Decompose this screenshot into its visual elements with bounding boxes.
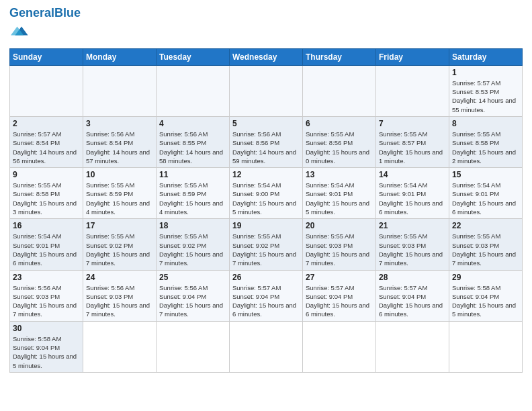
calendar-cell: 20Sunrise: 5:55 AMSunset: 9:03 PMDayligh… (303, 219, 376, 270)
calendar-cell: 22Sunrise: 5:55 AMSunset: 9:03 PMDayligh… (449, 219, 523, 270)
day-info: Sunrise: 5:55 AMSunset: 9:03 PMDaylight:… (306, 232, 373, 267)
day-info: Sunrise: 5:54 AMSunset: 9:01 PMDaylight:… (379, 181, 446, 216)
calendar-cell: 10Sunrise: 5:55 AMSunset: 8:59 PMDayligh… (83, 168, 157, 219)
day-info: Sunrise: 5:55 AMSunset: 8:56 PMDaylight:… (306, 130, 373, 165)
weekday-row: SundayMondayTuesdayWednesdayThursdayFrid… (10, 48, 523, 65)
week-row-5: 23Sunrise: 5:56 AMSunset: 9:03 PMDayligh… (10, 270, 523, 321)
day-number: 30 (13, 324, 80, 333)
day-info: Sunrise: 5:57 AMSunset: 9:04 PMDaylight:… (379, 283, 446, 319)
day-number: 10 (86, 170, 153, 179)
logo-general: General (9, 6, 54, 19)
day-number: 3 (86, 119, 153, 128)
calendar-cell: 18Sunrise: 5:55 AMSunset: 9:02 PMDayligh… (157, 219, 230, 270)
day-info: Sunrise: 5:54 AMSunset: 9:00 PMDaylight:… (232, 181, 300, 216)
calendar-cell: 15Sunrise: 5:54 AMSunset: 9:01 PMDayligh… (449, 168, 523, 219)
day-info: Sunrise: 5:55 AMSunset: 8:58 PMDaylight:… (452, 130, 519, 165)
day-info: Sunrise: 5:58 AMSunset: 9:04 PMDaylight:… (452, 283, 519, 319)
day-number: 7 (379, 119, 446, 128)
calendar-cell: 12Sunrise: 5:54 AMSunset: 9:00 PMDayligh… (230, 168, 303, 219)
weekday-header-thursday: Thursday (303, 48, 376, 65)
day-number: 18 (159, 221, 226, 230)
day-number: 16 (13, 221, 80, 230)
week-row-3: 9Sunrise: 5:55 AMSunset: 8:58 PMDaylight… (10, 168, 523, 219)
day-info: Sunrise: 5:55 AMSunset: 8:59 PMDaylight:… (86, 181, 153, 216)
day-info: Sunrise: 5:56 AMSunset: 9:04 PMDaylight:… (159, 283, 226, 319)
day-info: Sunrise: 5:57 AMSunset: 9:04 PMDaylight:… (232, 283, 300, 319)
day-info: Sunrise: 5:55 AMSunset: 8:57 PMDaylight:… (379, 130, 446, 165)
weekday-header-tuesday: Tuesday (157, 48, 230, 65)
calendar-cell (303, 65, 376, 116)
day-number: 21 (379, 221, 446, 230)
calendar-cell (230, 65, 303, 116)
calendar-cell: 21Sunrise: 5:55 AMSunset: 9:03 PMDayligh… (376, 219, 449, 270)
day-number: 4 (159, 119, 226, 128)
day-info: Sunrise: 5:57 AMSunset: 8:54 PMDaylight:… (13, 130, 80, 165)
day-info: Sunrise: 5:56 AMSunset: 8:54 PMDaylight:… (86, 130, 153, 165)
calendar-cell (449, 321, 523, 372)
day-number: 22 (452, 221, 519, 230)
calendar-cell: 25Sunrise: 5:56 AMSunset: 9:04 PMDayligh… (157, 270, 230, 321)
calendar-cell: 27Sunrise: 5:57 AMSunset: 9:04 PMDayligh… (303, 270, 376, 321)
calendar-cell: 4Sunrise: 5:56 AMSunset: 8:55 PMDaylight… (157, 116, 230, 167)
day-number: 29 (452, 273, 519, 282)
calendar-cell (303, 321, 376, 372)
day-number: 28 (379, 273, 446, 282)
header: GeneralBlue (9, 7, 523, 44)
day-info: Sunrise: 5:55 AMSunset: 9:02 PMDaylight:… (159, 232, 226, 267)
day-number: 26 (232, 273, 300, 282)
day-number: 25 (159, 273, 226, 282)
calendar-body: 1Sunrise: 5:57 AMSunset: 8:53 PMDaylight… (10, 65, 523, 372)
calendar-cell: 5Sunrise: 5:56 AMSunset: 8:56 PMDaylight… (230, 116, 303, 167)
calendar-cell: 11Sunrise: 5:55 AMSunset: 8:59 PMDayligh… (157, 168, 230, 219)
logo-text: GeneralBlue (9, 7, 81, 20)
calendar-cell (376, 65, 449, 116)
weekday-header-monday: Monday (83, 48, 157, 65)
day-number: 27 (306, 273, 373, 282)
day-info: Sunrise: 5:57 AMSunset: 8:53 PMDaylight:… (452, 79, 519, 114)
day-number: 15 (452, 170, 519, 179)
logo-blue: Blue (54, 6, 81, 19)
day-number: 20 (306, 221, 373, 230)
day-number: 9 (13, 170, 80, 179)
calendar-cell (83, 321, 157, 372)
day-info: Sunrise: 5:54 AMSunset: 9:01 PMDaylight:… (13, 232, 80, 267)
week-row-4: 16Sunrise: 5:54 AMSunset: 9:01 PMDayligh… (10, 219, 523, 270)
day-info: Sunrise: 5:55 AMSunset: 9:02 PMDaylight:… (232, 232, 300, 267)
calendar-cell: 26Sunrise: 5:57 AMSunset: 9:04 PMDayligh… (230, 270, 303, 321)
day-info: Sunrise: 5:56 AMSunset: 9:03 PMDaylight:… (86, 283, 153, 319)
logo: GeneralBlue (9, 7, 81, 44)
calendar-cell (157, 321, 230, 372)
logo-icon (11, 20, 32, 42)
day-info: Sunrise: 5:55 AMSunset: 9:03 PMDaylight:… (379, 232, 446, 267)
calendar-cell (376, 321, 449, 372)
calendar-cell: 9Sunrise: 5:55 AMSunset: 8:58 PMDaylight… (10, 168, 83, 219)
calendar-cell (10, 65, 83, 116)
day-number: 6 (306, 119, 373, 128)
day-info: Sunrise: 5:56 AMSunset: 8:55 PMDaylight:… (159, 130, 226, 165)
day-info: Sunrise: 5:54 AMSunset: 9:01 PMDaylight:… (452, 181, 519, 216)
day-info: Sunrise: 5:58 AMSunset: 9:04 PMDaylight:… (13, 334, 80, 370)
day-info: Sunrise: 5:54 AMSunset: 9:01 PMDaylight:… (306, 181, 373, 216)
page: GeneralBlue SundayMondayTuesdayWednesday… (0, 0, 532, 382)
calendar-cell: 14Sunrise: 5:54 AMSunset: 9:01 PMDayligh… (376, 168, 449, 219)
calendar-cell: 30Sunrise: 5:58 AMSunset: 9:04 PMDayligh… (10, 321, 83, 372)
calendar-cell: 17Sunrise: 5:55 AMSunset: 9:02 PMDayligh… (83, 219, 157, 270)
day-info: Sunrise: 5:55 AMSunset: 9:02 PMDaylight:… (86, 232, 153, 267)
calendar-cell: 24Sunrise: 5:56 AMSunset: 9:03 PMDayligh… (83, 270, 157, 321)
calendar-cell: 6Sunrise: 5:55 AMSunset: 8:56 PMDaylight… (303, 116, 376, 167)
day-number: 2 (13, 119, 80, 128)
day-info: Sunrise: 5:55 AMSunset: 8:59 PMDaylight:… (159, 181, 226, 216)
day-number: 1 (452, 68, 519, 77)
calendar-cell: 29Sunrise: 5:58 AMSunset: 9:04 PMDayligh… (449, 270, 523, 321)
day-number: 14 (379, 170, 446, 179)
day-number: 11 (159, 170, 226, 179)
day-info: Sunrise: 5:57 AMSunset: 9:04 PMDaylight:… (306, 283, 373, 319)
weekday-header-saturday: Saturday (449, 48, 523, 65)
day-number: 12 (232, 170, 300, 179)
calendar-cell: 8Sunrise: 5:55 AMSunset: 8:58 PMDaylight… (449, 116, 523, 167)
day-info: Sunrise: 5:56 AMSunset: 8:56 PMDaylight:… (232, 130, 300, 165)
calendar-table: SundayMondayTuesdayWednesdayThursdayFrid… (9, 48, 523, 373)
calendar-cell: 1Sunrise: 5:57 AMSunset: 8:53 PMDaylight… (449, 65, 523, 116)
weekday-header-friday: Friday (376, 48, 449, 65)
calendar-cell: 23Sunrise: 5:56 AMSunset: 9:03 PMDayligh… (10, 270, 83, 321)
